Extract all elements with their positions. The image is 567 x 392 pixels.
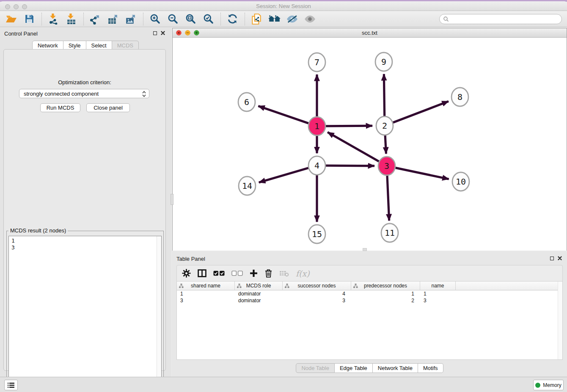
table-scrollbar[interactable]	[558, 282, 562, 359]
status-bar: Memory	[0, 377, 567, 392]
optimization-criterion-label: Optimization criterion:	[4, 79, 165, 86]
graph-node-14[interactable]: 14	[239, 177, 256, 195]
network-canvas[interactable]: 7968124314101511	[173, 38, 567, 251]
column-header-shared-name[interactable]: shared name	[177, 282, 235, 290]
svg-text:3: 3	[384, 161, 389, 171]
graph-edge-3-1	[328, 132, 379, 161]
select-all-icon[interactable]	[213, 267, 225, 280]
table-cell: dominator	[235, 290, 283, 297]
network-window-titlebar[interactable]: scc.txt	[173, 28, 567, 38]
export-image-icon[interactable]	[124, 12, 138, 26]
table-cell: 1	[420, 290, 456, 297]
import-table-icon[interactable]	[64, 12, 78, 26]
save-session-icon[interactable]	[22, 12, 36, 26]
column-header-name[interactable]: name	[420, 282, 456, 290]
mcds-result-area[interactable]: 1 3	[8, 236, 162, 388]
svg-text:14: 14	[242, 181, 252, 191]
graph-node-1[interactable]: 1	[308, 117, 325, 135]
first-neighbors-icon[interactable]	[249, 12, 264, 26]
import-network-icon[interactable]	[46, 12, 61, 26]
delete-icon[interactable]	[264, 267, 272, 280]
zoom-out-icon[interactable]	[165, 12, 180, 26]
table-tab-motifs[interactable]: Motifs	[418, 363, 443, 373]
table-tab-edge-table[interactable]: Edge Table	[335, 363, 373, 373]
svg-text:8: 8	[457, 92, 462, 102]
graph-edge-3-11	[387, 175, 389, 221]
graph-edge-2-9	[384, 74, 384, 117]
graph-node-7[interactable]: 7	[308, 53, 325, 72]
graph-node-2[interactable]: 2	[376, 116, 393, 135]
table-tabs: Node TableEdge TableNetwork TableMotifs	[172, 363, 567, 373]
table-cell: 1	[351, 290, 420, 297]
search-field[interactable]	[439, 14, 562, 24]
zoom-fit-icon[interactable]	[183, 12, 198, 26]
table-toolbar: f(x)	[176, 265, 563, 281]
criterion-value: strongly connected component	[24, 91, 99, 97]
close-panel-icon[interactable]	[161, 31, 165, 35]
svg-text:15: 15	[312, 229, 322, 239]
column-header-predecessor-nodes[interactable]: predecessor nodes	[351, 282, 420, 290]
table-panel-title: Table Panel	[176, 256, 205, 262]
show-all-icon[interactable]	[303, 12, 317, 26]
deselect-all-icon[interactable]	[231, 267, 243, 280]
close-panel-button[interactable]: Close panel	[86, 103, 130, 112]
svg-text:9: 9	[381, 57, 386, 67]
table-tab-node-table[interactable]: Node Table	[296, 363, 335, 373]
graph-node-15[interactable]: 15	[308, 225, 325, 243]
svg-text:4: 4	[314, 160, 319, 171]
graph-edge-2-3	[385, 135, 386, 154]
search-icon	[443, 16, 449, 22]
gear-icon[interactable]	[182, 267, 191, 280]
delete-table-icon[interactable]	[279, 267, 289, 280]
node-table: shared nameMCDS rolesuccessor nodesprede…	[176, 281, 563, 360]
control-panel: Control Panel NetworkStyleSelectMCDS Opt…	[0, 27, 171, 377]
table-cell: 2	[351, 297, 420, 304]
main-toolbar	[0, 11, 567, 27]
graph-node-8[interactable]: 8	[451, 88, 468, 106]
table-tab-network-table[interactable]: Network Table	[373, 363, 418, 373]
export-network-icon[interactable]	[88, 12, 102, 26]
open-session-icon[interactable]	[4, 12, 19, 26]
mcds-result-scrollbar[interactable]	[157, 236, 161, 388]
home-icon[interactable]	[267, 12, 281, 26]
run-mcds-button[interactable]: Run MCDS	[40, 103, 80, 112]
graph-node-4[interactable]: 4	[308, 156, 325, 175]
mcds-pane: Optimization criterion: strongly connect…	[3, 49, 166, 371]
svg-text:6: 6	[244, 97, 249, 107]
graph-node-11[interactable]: 11	[381, 224, 398, 242]
graph-node-10[interactable]: 10	[452, 172, 469, 191]
table-row[interactable]: 1dominator411	[177, 290, 562, 297]
toolbar-separator	[41, 13, 42, 25]
search-input[interactable]	[449, 15, 561, 23]
split-columns-icon[interactable]	[198, 267, 206, 280]
table-cell: 4	[283, 290, 351, 297]
task-history-button[interactable]	[4, 380, 18, 390]
table-row[interactable]: 3dominator323	[177, 297, 562, 304]
graph-node-6[interactable]: 6	[238, 93, 255, 111]
table-panel: Table Panel	[172, 252, 567, 377]
column-header-MCDS-role[interactable]: MCDS role	[235, 282, 283, 290]
mcds-result-box: MCDS result (2 nodes) 1 3	[6, 231, 164, 391]
column-header-successor-nodes[interactable]: successor nodes	[283, 282, 351, 290]
float-table-panel-icon[interactable]	[550, 257, 554, 260]
export-table-icon[interactable]	[106, 12, 120, 26]
toolbar-separator	[83, 13, 84, 25]
criterion-select[interactable]: strongly connected component	[19, 89, 149, 98]
close-table-panel-icon[interactable]	[558, 256, 562, 260]
refresh-icon[interactable]	[225, 12, 239, 26]
split-pane-grip[interactable]	[363, 248, 367, 251]
graph-node-9[interactable]: 9	[375, 52, 392, 71]
add-column-icon[interactable]	[250, 267, 258, 280]
window-titlebar: Session: New Session	[0, 1, 567, 11]
svg-text:2: 2	[382, 121, 387, 131]
memory-button[interactable]: Memory	[533, 380, 564, 390]
split-pane-grip[interactable]	[171, 194, 173, 205]
zoom-selected-icon[interactable]	[201, 12, 215, 26]
memory-label: Memory	[543, 382, 561, 388]
zoom-in-icon[interactable]	[148, 12, 162, 26]
float-panel-icon[interactable]	[153, 31, 157, 35]
function-builder-icon[interactable]: f(x)	[296, 267, 310, 280]
graph-node-3[interactable]: 3	[378, 157, 395, 175]
hide-selected-icon[interactable]	[285, 12, 299, 26]
control-panel-title: Control Panel	[4, 30, 38, 37]
